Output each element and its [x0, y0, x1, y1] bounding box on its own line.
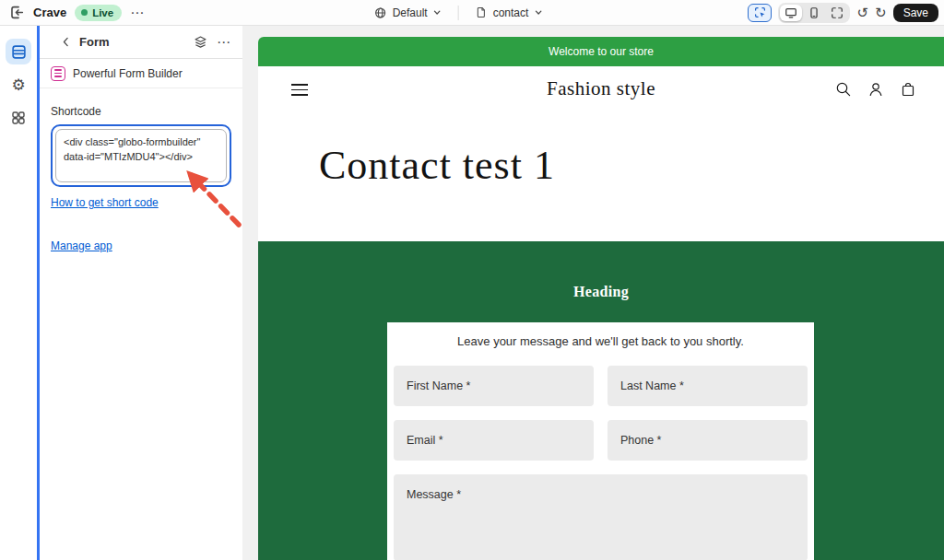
back-icon[interactable] — [60, 36, 72, 48]
cart-icon[interactable] — [900, 81, 916, 98]
account-icon[interactable] — [867, 81, 884, 98]
desktop-view-button[interactable] — [780, 5, 802, 21]
announcement-bar: Welcome to our store — [258, 37, 944, 66]
settings-panel: Form ⋯ Powerful Form Builder Shortcode <… — [37, 26, 242, 560]
email-input[interactable]: Email * — [394, 420, 594, 461]
locale-label: Default — [393, 6, 428, 19]
sections-tab[interactable] — [6, 39, 31, 64]
first-name-input[interactable]: First Name * — [394, 366, 594, 406]
live-badge: Live — [75, 5, 122, 21]
gear-icon: ⚙ — [11, 77, 25, 93]
theme-name: Crave — [33, 6, 66, 19]
form-section: Heading Leave your message and we'll get… — [258, 241, 944, 560]
announcement-text: Welcome to our store — [549, 45, 654, 58]
form-grid: First Name * Last Name * Email * Phone *… — [394, 366, 808, 560]
divider — [458, 6, 459, 20]
site-header: Fashion style — [258, 66, 944, 112]
last-name-input[interactable]: Last Name * — [608, 366, 808, 406]
app-name: Powerful Form Builder — [73, 67, 183, 80]
save-button[interactable]: Save — [893, 4, 938, 22]
fullscreen-view-button[interactable] — [826, 5, 848, 21]
store-preview: Welcome to our store Fashion style Conta… — [258, 37, 944, 560]
shortcode-value[interactable]: <div class="globo-formbuilder" data-id="… — [55, 129, 227, 182]
editor-rail: ⚙ — [0, 26, 37, 560]
inspect-mode-button[interactable] — [748, 4, 772, 22]
chevron-down-icon — [534, 8, 542, 17]
page-label: contact — [493, 6, 529, 19]
mobile-view-button[interactable] — [803, 5, 825, 21]
panel-header: Form ⋯ — [40, 26, 242, 59]
shortcode-label: Shortcode — [51, 105, 231, 118]
message-input[interactable]: Message * — [394, 474, 808, 560]
panel-body: Shortcode <div class="globo-formbuilder"… — [40, 88, 242, 264]
search-icon[interactable] — [835, 81, 852, 98]
page-selector[interactable]: contact — [470, 4, 549, 22]
locale-selector[interactable]: Default — [369, 4, 447, 22]
app-embeds-tab[interactable] — [6, 105, 31, 131]
panel-more-icon[interactable]: ⋯ — [217, 35, 231, 49]
panel-title: Form — [79, 35, 184, 49]
shortcode-field[interactable]: <div class="globo-formbuilder" data-id="… — [51, 124, 231, 187]
undo-button[interactable]: ↺ — [856, 6, 868, 19]
live-dot-icon — [81, 9, 88, 16]
phone-input[interactable]: Phone * — [608, 420, 808, 461]
manage-app-link[interactable]: Manage app — [51, 239, 112, 252]
form-builder-app-icon — [51, 66, 65, 81]
topbar: Crave Live ⋯ Default — [0, 0, 944, 26]
more-menu-icon[interactable]: ⋯ — [130, 6, 145, 19]
device-preview-toggle — [778, 3, 850, 23]
theme-settings-tab[interactable]: ⚙ — [6, 72, 31, 98]
how-to-get-shortcode-link[interactable]: How to get short code — [51, 196, 159, 209]
stack-icon[interactable] — [194, 35, 207, 49]
redo-button[interactable]: ↻ — [875, 6, 887, 19]
contact-form-card: Leave your message and we'll get back to… — [387, 322, 814, 560]
globe-icon — [374, 6, 387, 19]
exit-editor-icon[interactable] — [9, 5, 25, 20]
page-icon — [476, 6, 488, 18]
page-hero: Contact test 1 — [258, 112, 944, 241]
page-title: Contact test 1 — [319, 142, 555, 189]
section-heading: Heading — [258, 284, 944, 300]
chevron-down-icon — [433, 8, 442, 17]
theme-editor: Crave Live ⋯ Default — [0, 0, 944, 560]
form-subtitle: Leave your message and we'll get back to… — [394, 334, 808, 348]
app-row: Powerful Form Builder — [40, 59, 242, 88]
